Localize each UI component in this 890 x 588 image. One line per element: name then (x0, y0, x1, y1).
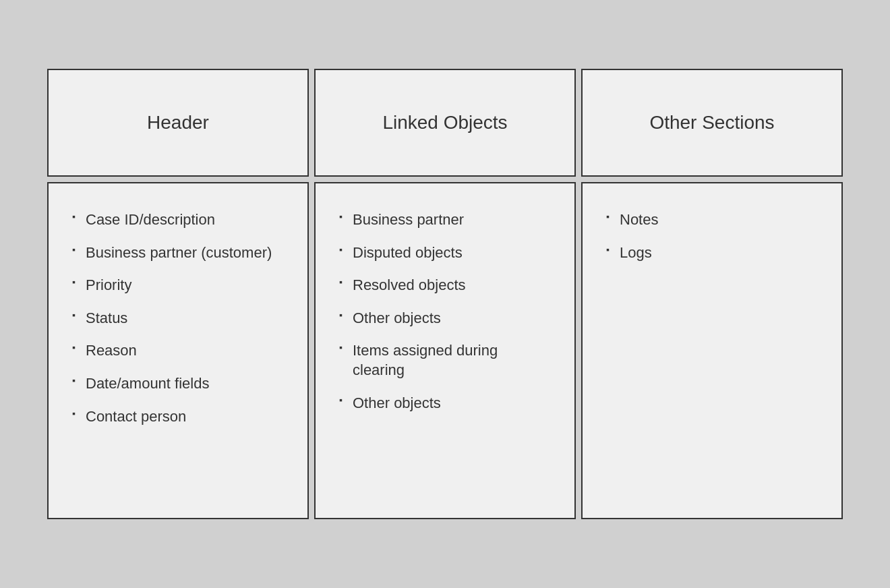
list-item: Items assigned during clearing (339, 334, 551, 386)
list-item: Reason (72, 334, 284, 368)
list-item: Contact person (72, 401, 284, 434)
header-label-1: Header (147, 111, 209, 135)
list-item: Other objects (339, 387, 551, 420)
list-item: Date/amount fields (72, 368, 284, 401)
list-item: Business partner (339, 204, 551, 237)
list-item: Status (72, 302, 284, 335)
content-list-2: Business partner Disputed objects Resolv… (339, 204, 551, 419)
list-item: Logs (606, 237, 818, 270)
header-label-2: Linked Objects (382, 111, 507, 135)
content-cell-1: Case ID/description Business partner (cu… (47, 182, 309, 519)
list-item: Business partner (customer) (72, 237, 284, 270)
content-cell-2: Business partner Disputed objects Resolv… (314, 182, 576, 519)
content-list-3: Notes Logs (606, 204, 818, 269)
list-item: Other objects (339, 302, 551, 335)
header-label-3: Other Sections (649, 111, 774, 135)
list-item: Case ID/description (72, 204, 284, 237)
header-cell-3: Other Sections (581, 69, 843, 177)
list-item: Notes (606, 204, 818, 237)
content-list-1: Case ID/description Business partner (cu… (72, 204, 284, 433)
list-item: Resolved objects (339, 269, 551, 302)
diagram-container: Header Linked Objects Other Sections Cas… (27, 49, 863, 539)
header-cell-1: Header (47, 69, 309, 177)
header-cell-2: Linked Objects (314, 69, 576, 177)
content-cell-3: Notes Logs (581, 182, 843, 519)
list-item: Disputed objects (339, 237, 551, 270)
list-item: Priority (72, 269, 284, 302)
